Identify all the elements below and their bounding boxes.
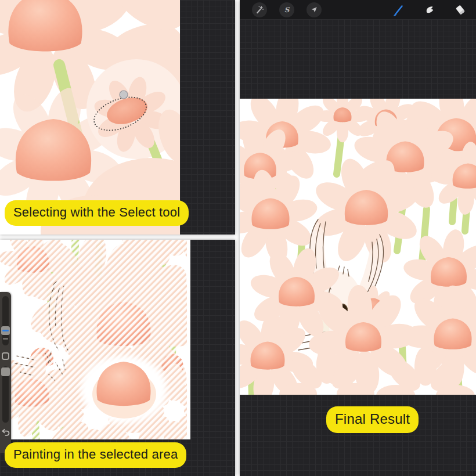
- transform-arrow-icon: [308, 3, 320, 16]
- caption-select-tool: Selecting with the Select tool: [5, 200, 189, 226]
- artwork-daisies-final: [240, 99, 476, 395]
- panel-final-result: S: [240, 0, 476, 476]
- artwork-daisies-zoomed: [0, 0, 180, 235]
- panel-select-tool: Selecting with the Select tool: [0, 0, 235, 235]
- brush-size-indicator: [2, 330, 9, 331]
- tutorial-collage: Selecting with the Select tool: [0, 0, 476, 476]
- eraser-button[interactable]: [453, 2, 468, 17]
- procreate-toolbar: S: [240, 0, 476, 19]
- selection-button[interactable]: S: [279, 2, 294, 17]
- selection-handle[interactable]: [120, 91, 128, 99]
- caption-final-result: Final Result: [326, 406, 419, 433]
- painted-selection: [81, 356, 167, 423]
- app-background: [240, 19, 476, 99]
- slider-tick: [3, 338, 8, 340]
- selection-s-icon: S: [280, 3, 293, 16]
- opacity-handle[interactable]: [1, 367, 10, 376]
- magic-wand-icon: [253, 3, 266, 16]
- eraser-icon: [453, 3, 467, 17]
- caption-painting: Painting in the selected area: [5, 442, 186, 468]
- brush-button[interactable]: [391, 2, 406, 17]
- panel-painting: Painting in the selected area: [0, 240, 235, 476]
- brush-size-handle[interactable]: [1, 326, 10, 335]
- procreate-sidebar: [0, 292, 11, 453]
- canvas-selection-active[interactable]: [0, 240, 190, 439]
- smudge-icon: [423, 3, 437, 17]
- undo-icon: [1, 427, 10, 437]
- smudge-button[interactable]: [422, 2, 437, 17]
- modify-button[interactable]: [2, 352, 9, 360]
- svg-text:S: S: [284, 6, 290, 14]
- brush-icon: [392, 3, 406, 17]
- canvas-zoomed[interactable]: [0, 0, 180, 235]
- undo-button[interactable]: [1, 427, 10, 437]
- transform-button[interactable]: [306, 2, 322, 17]
- canvas-final[interactable]: [240, 99, 476, 395]
- app-background: [180, 0, 235, 235]
- artwork-striped-selection: [0, 240, 187, 439]
- adjustments-button[interactable]: [252, 2, 267, 17]
